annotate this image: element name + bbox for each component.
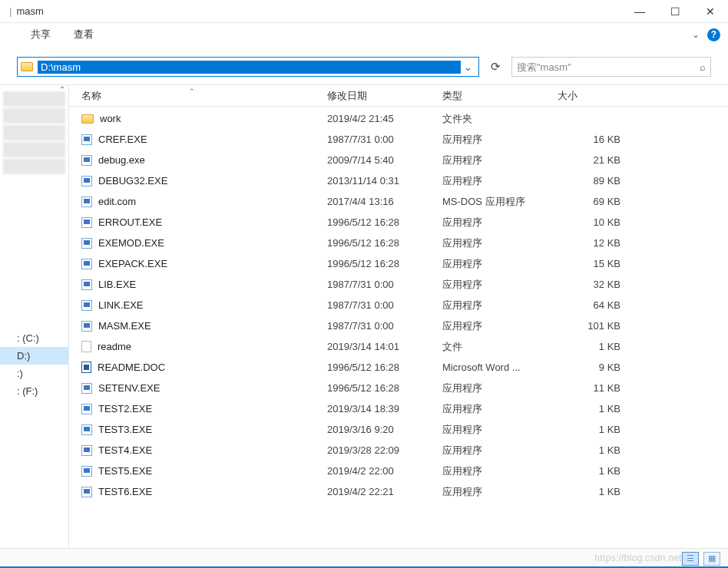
file-date: 1996/5/12 16:28	[327, 237, 442, 249]
exe-icon	[81, 300, 92, 311]
col-name[interactable]: ⌃ 名称	[69, 89, 315, 103]
file-name: edit.com	[98, 196, 136, 207]
file-name: TEST3.EXE	[98, 424, 152, 435]
file-row[interactable]: EXEPACK.EXE1996/5/12 16:28应用程序15 KB	[69, 253, 728, 274]
file-date: 1987/7/31 0:00	[327, 299, 442, 311]
file-name: work	[100, 113, 121, 124]
column-headers[interactable]: ⌃ 名称 修改日期 类型 大小	[69, 85, 728, 107]
file-row[interactable]: TEST2.EXE2019/3/14 18:39应用程序1 KB	[69, 398, 728, 419]
file-name: debug.exe	[98, 154, 145, 166]
file-name: ERROUT.EXE	[98, 216, 162, 228]
file-type: 应用程序	[442, 174, 558, 188]
file-size: 1 KB	[558, 444, 627, 456]
refresh-button[interactable]: ⟳	[487, 60, 504, 74]
file-row[interactable]: TEST3.EXE2019/3/16 9:20应用程序1 KB	[69, 419, 728, 440]
file-row[interactable]: TEST4.EXE2019/3/28 22:09应用程序1 KB	[69, 440, 728, 461]
exe-icon	[81, 466, 92, 477]
exe-icon	[81, 155, 92, 166]
exe-icon	[81, 404, 92, 414]
file-row[interactable]: SETENV.EXE1996/5/12 16:28应用程序11 KB	[69, 378, 728, 398]
file-row[interactable]: CREF.EXE1987/7/31 0:00应用程序16 KB	[69, 129, 728, 150]
file-size: 101 KB	[558, 320, 627, 332]
file-row[interactable]: work2019/4/2 21:45文件夹	[69, 108, 728, 129]
file-name: SETENV.EXE	[98, 382, 160, 394]
file-type: 应用程序	[442, 319, 558, 333]
file-name: TEST4.EXE	[98, 444, 152, 456]
exe-icon	[81, 196, 92, 207]
search-box[interactable]: ⌕	[511, 57, 711, 77]
nav-sidebar[interactable]: ⌃ ⌄ : (C:) D:) :) : (F:)	[0, 85, 69, 553]
file-row[interactable]: edit.com2017/4/4 13:16MS-DOS 应用程序69 KB	[69, 191, 728, 212]
sidebar-drive-c[interactable]: : (C:)	[0, 329, 68, 347]
file-row[interactable]: readme2019/3/14 14:01文件1 KB	[69, 336, 728, 357]
window-title: masm	[16, 5, 43, 17]
watermark-text: https://blog.csdn.net	[594, 553, 682, 563]
address-dropdown-icon[interactable]: ⌄	[461, 61, 475, 73]
file-size: 1 KB	[558, 465, 627, 477]
address-input[interactable]	[38, 61, 461, 74]
file-date: 1996/5/12 16:28	[327, 362, 442, 373]
file-date: 2013/11/14 0:31	[327, 175, 442, 187]
sidebar-drive-d[interactable]: D:)	[0, 347, 68, 365]
file-name: MASM.EXE	[98, 320, 151, 332]
doc-icon	[81, 362, 91, 373]
file-row[interactable]: LINK.EXE1987/7/31 0:00应用程序64 KB	[69, 295, 728, 315]
file-date: 1987/7/31 0:00	[327, 279, 442, 290]
tab-share[interactable]: 共享	[31, 28, 51, 41]
file-name: TEST6.EXE	[98, 486, 152, 497]
file-row[interactable]: EXEMOD.EXE1996/5/12 16:28应用程序12 KB	[69, 233, 728, 253]
file-date: 1987/7/31 0:00	[327, 134, 442, 145]
exe-icon	[81, 383, 92, 394]
file-name: LIB.EXE	[98, 279, 136, 290]
file-row[interactable]: TEST6.EXE2019/4/2 22:21应用程序1 KB	[69, 481, 728, 502]
file-size: 10 KB	[558, 216, 627, 228]
address-bar[interactable]: ⌄	[17, 57, 479, 77]
exe-icon	[81, 259, 92, 269]
view-icons-button[interactable]: ▦	[703, 552, 720, 566]
file-size: 69 KB	[558, 196, 627, 207]
sidebar-drive-f[interactable]: : (F:)	[0, 382, 68, 400]
col-type[interactable]: 类型	[430, 89, 545, 103]
help-icon[interactable]: ?	[707, 28, 720, 41]
exe-icon	[81, 134, 92, 145]
file-size: 16 KB	[558, 134, 627, 145]
sidebar-item-blurred	[3, 142, 65, 157]
file-name: CREF.EXE	[98, 134, 147, 145]
col-date[interactable]: 修改日期	[315, 89, 430, 103]
title-bar: | masm — ☐ ✕	[0, 0, 728, 23]
minimize-button[interactable]: —	[622, 0, 657, 23]
file-date: 2017/4/4 13:16	[327, 196, 442, 207]
file-row[interactable]: MASM.EXE1987/7/31 0:00应用程序101 KB	[69, 315, 728, 336]
file-name: TEST5.EXE	[98, 465, 152, 477]
view-details-button[interactable]: ☰	[682, 552, 699, 566]
search-input[interactable]	[517, 61, 700, 73]
sidebar-drive-e[interactable]: :)	[0, 365, 68, 382]
file-row[interactable]: LIB.EXE1987/7/31 0:00应用程序32 KB	[69, 274, 728, 295]
exe-icon	[81, 424, 92, 435]
folder-icon	[21, 62, 33, 71]
ribbon-collapse-icon[interactable]: ⌄	[692, 29, 700, 40]
ribbon-tabs: 共享 查看 ⌄ ?	[0, 23, 728, 46]
sort-indicator-icon: ⌃	[189, 88, 195, 95]
file-row[interactable]: DEBUG32.EXE2013/11/14 0:31应用程序89 KB	[69, 170, 728, 191]
exe-icon	[81, 321, 92, 332]
file-type: 应用程序	[442, 257, 558, 271]
sidebar-item-blurred	[3, 125, 65, 140]
file-type: Microsoft Word ...	[442, 362, 558, 373]
col-size[interactable]: 大小	[545, 89, 614, 103]
file-size: 1 KB	[558, 424, 627, 435]
file-row[interactable]: README.DOC1996/5/12 16:28Microsoft Word …	[69, 357, 728, 378]
close-button[interactable]: ✕	[693, 0, 728, 23]
file-date: 2009/7/14 5:40	[327, 154, 442, 166]
exe-icon	[81, 279, 92, 290]
file-row[interactable]: TEST5.EXE2019/4/2 22:00应用程序1 KB	[69, 461, 728, 481]
tab-view[interactable]: 查看	[74, 28, 94, 41]
maximize-button[interactable]: ☐	[657, 0, 693, 23]
file-row[interactable]: ERROUT.EXE1996/5/12 16:28应用程序10 KB	[69, 212, 728, 233]
file-date: 2019/3/14 14:01	[327, 341, 442, 352]
file-type: 应用程序	[442, 154, 558, 167]
file-row[interactable]: debug.exe2009/7/14 5:40应用程序21 KB	[69, 150, 728, 170]
status-bar: https://blog.csdn.net ☰ ▦	[0, 548, 728, 568]
file-type: 应用程序	[442, 423, 558, 437]
search-icon[interactable]: ⌕	[700, 61, 706, 73]
